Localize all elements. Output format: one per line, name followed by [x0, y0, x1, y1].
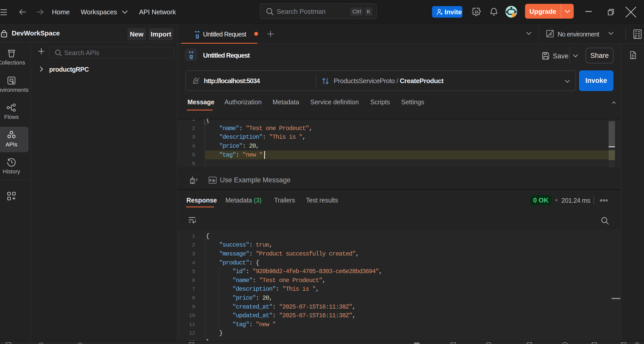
svg-text:g: g [196, 32, 199, 39]
svg-text:g: g [190, 53, 193, 59]
svg-text:x: x [634, 34, 637, 39]
